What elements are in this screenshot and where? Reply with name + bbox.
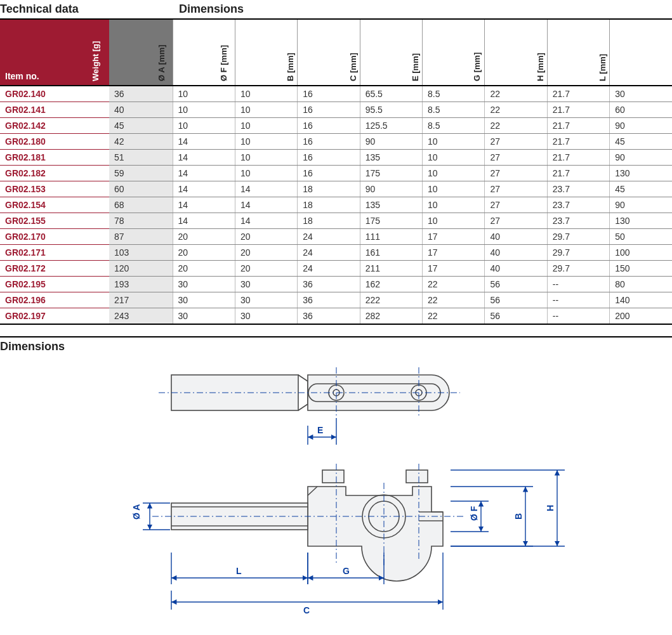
table-row: GR02.17087202024111174029.750 xyxy=(0,229,672,245)
cell-b: 18 xyxy=(298,197,360,213)
cell-f: 10 xyxy=(235,150,297,166)
cell-e: 10 xyxy=(423,197,485,213)
table-row: GR02.1414010101695.58.52221.760 xyxy=(0,102,672,118)
cell-l: 80 xyxy=(610,277,672,292)
cell-item-no: GR02.170 xyxy=(0,229,109,245)
cell-c: 222 xyxy=(360,292,422,308)
cell-h: 21.7 xyxy=(547,134,609,150)
cell-f: 10 xyxy=(235,166,297,181)
cell-weight: 243 xyxy=(109,308,173,325)
cell-f: 30 xyxy=(235,277,297,292)
cell-a: 20 xyxy=(173,229,235,245)
cell-e: 10 xyxy=(423,150,485,166)
cell-g: 27 xyxy=(485,197,547,213)
cell-e: 8.5 xyxy=(423,86,485,102)
cell-h: 23.7 xyxy=(547,181,609,197)
cell-c: 125.5 xyxy=(360,118,422,134)
cell-weight: 193 xyxy=(109,277,173,292)
cell-e: 17 xyxy=(423,245,485,261)
cell-e: 10 xyxy=(423,166,485,181)
cell-b: 36 xyxy=(298,292,360,308)
cell-weight: 68 xyxy=(109,197,173,213)
dim-label-g: G xyxy=(343,566,350,576)
cell-weight: 78 xyxy=(109,213,173,229)
cell-weight: 60 xyxy=(109,181,173,197)
cell-b: 16 xyxy=(298,150,360,166)
cell-g: 27 xyxy=(485,181,547,197)
cell-h: 21.7 xyxy=(547,86,609,102)
cell-b: 36 xyxy=(298,277,360,292)
cell-item-no: GR02.140 xyxy=(0,86,109,102)
cell-f: 10 xyxy=(235,118,297,134)
dim-label-e: E xyxy=(317,425,323,435)
heading-technical-data: Technical data xyxy=(0,0,173,18)
cell-b: 36 xyxy=(298,308,360,325)
cell-weight: 103 xyxy=(109,245,173,261)
cell-g: 22 xyxy=(485,102,547,118)
cell-a: 14 xyxy=(173,213,235,229)
cell-c: 95.5 xyxy=(360,102,422,118)
dim-label-f: Ø F xyxy=(469,506,479,521)
cell-item-no: GR02.172 xyxy=(0,261,109,277)
cell-c: 211 xyxy=(360,261,422,277)
cell-item-no: GR02.197 xyxy=(0,308,109,325)
heading-dimensions: Dimensions xyxy=(173,0,672,18)
cell-f: 30 xyxy=(235,308,297,325)
cell-c: 90 xyxy=(360,134,422,150)
cell-item-no: GR02.155 xyxy=(0,213,109,229)
cell-l: 90 xyxy=(610,118,672,134)
cell-h: 23.7 xyxy=(547,197,609,213)
cell-b: 16 xyxy=(298,118,360,134)
cell-g: 56 xyxy=(485,277,547,292)
cell-e: 22 xyxy=(423,308,485,325)
dimensions-drawing-section: Dimensions xyxy=(0,336,672,635)
table-row: GR02.15578141418175102723.7130 xyxy=(0,213,672,229)
cell-f: 20 xyxy=(235,245,297,261)
cell-f: 20 xyxy=(235,261,297,277)
cell-item-no: GR02.141 xyxy=(0,102,109,118)
cell-f: 30 xyxy=(235,292,297,308)
cell-h: 21.7 xyxy=(547,166,609,181)
cell-e: 22 xyxy=(423,277,485,292)
cell-h: 21.7 xyxy=(547,150,609,166)
cell-b: 16 xyxy=(298,86,360,102)
cell-c: 135 xyxy=(360,197,422,213)
cell-b: 24 xyxy=(298,261,360,277)
cell-l: 90 xyxy=(610,197,672,213)
cell-b: 18 xyxy=(298,181,360,197)
cell-weight: 40 xyxy=(109,102,173,118)
cell-h: 21.7 xyxy=(547,102,609,118)
cell-h: -- xyxy=(547,292,609,308)
dim-label-c: C xyxy=(303,605,310,615)
cell-h: 29.7 xyxy=(547,261,609,277)
cell-b: 16 xyxy=(298,134,360,150)
cell-g: 27 xyxy=(485,150,547,166)
table-row: GR02.172120202024211174029.7150 xyxy=(0,261,672,277)
cell-c: 161 xyxy=(360,245,422,261)
cell-g: 40 xyxy=(485,245,547,261)
table-row: GR02.1804214101690102721.745 xyxy=(0,134,672,150)
cell-h: 29.7 xyxy=(547,245,609,261)
cell-e: 8.5 xyxy=(423,102,485,118)
cell-l: 60 xyxy=(610,102,672,118)
heading-dimensions-drawing: Dimensions xyxy=(0,340,672,353)
cell-f: 20 xyxy=(235,229,297,245)
cell-c: 135 xyxy=(360,150,422,166)
cell-a: 10 xyxy=(173,118,235,134)
cell-e: 10 xyxy=(423,134,485,150)
cell-f: 10 xyxy=(235,102,297,118)
cell-item-no: GR02.154 xyxy=(0,197,109,213)
cell-a: 20 xyxy=(173,261,235,277)
cell-a: 30 xyxy=(173,308,235,325)
cell-g: 56 xyxy=(485,292,547,308)
dim-label-b: B xyxy=(513,513,524,520)
technical-drawing: E xyxy=(95,362,577,635)
cell-f: 14 xyxy=(235,197,297,213)
table-row: GR02.14245101016125.58.52221.790 xyxy=(0,118,672,134)
dim-label-l: L xyxy=(236,566,242,576)
cell-g: 22 xyxy=(485,86,547,102)
cell-a: 14 xyxy=(173,181,235,197)
cell-g: 56 xyxy=(485,308,547,325)
svg-rect-12 xyxy=(406,470,428,483)
cell-b: 18 xyxy=(298,213,360,229)
